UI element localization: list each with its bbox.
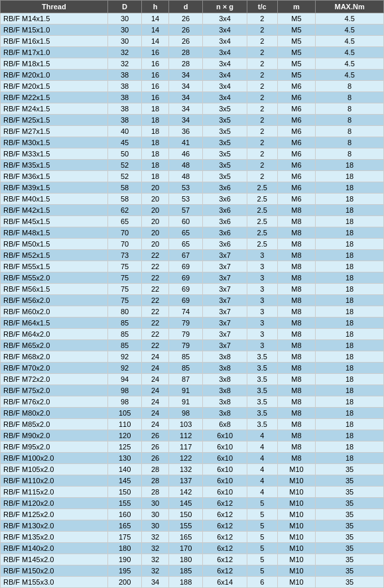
table-row: RB/F M36x1.55218483x52M618 — [1, 171, 384, 182]
cell-5: 2 — [247, 81, 277, 92]
cell-5: 3.5 — [247, 408, 277, 419]
cell-2: 26 — [142, 441, 168, 453]
table-row: RB/F M14x1.53014263x42M54.5 — [1, 13, 384, 25]
cell-3: 85 — [168, 351, 203, 363]
cell-2: 32 — [142, 532, 168, 543]
cell-0: RB/F M55x2.0 — [1, 272, 108, 284]
cell-3: 28 — [168, 47, 203, 58]
cell-7: 18 — [316, 306, 384, 318]
cell-6: M8 — [277, 239, 316, 250]
cell-5: 5 — [247, 498, 277, 509]
cell-5: 3 — [247, 261, 277, 272]
cell-2: 24 — [142, 419, 168, 430]
cell-4: 3x4 — [203, 13, 247, 25]
cell-5: 3.5 — [247, 396, 277, 408]
cell-5: 2 — [247, 103, 277, 115]
cell-1: 180 — [107, 543, 142, 554]
cell-4: 3x4 — [203, 36, 247, 47]
cell-3: 69 — [168, 272, 203, 284]
cell-6: M6 — [277, 194, 316, 205]
cell-7: 8 — [316, 92, 384, 103]
cell-2: 32 — [142, 543, 168, 554]
cell-6: M8 — [277, 227, 316, 239]
cell-1: 125 — [107, 441, 142, 453]
table-row: RB/F M76x2.09824913x83.5M818 — [1, 396, 384, 408]
cell-6: M8 — [277, 318, 316, 329]
cell-3: 142 — [168, 487, 203, 498]
cell-5: 3 — [247, 272, 277, 284]
cell-7: 18 — [316, 318, 384, 329]
cell-4: 6x12 — [203, 532, 247, 543]
cell-5: 5 — [247, 520, 277, 532]
cell-6: M8 — [277, 408, 316, 419]
cell-6: M10 — [277, 532, 316, 543]
cell-1: 92 — [107, 351, 142, 363]
cell-4: 6x8 — [203, 419, 247, 430]
table-row: RB/F M64x2.08522793x73M818 — [1, 329, 384, 340]
cell-3: 34 — [168, 70, 203, 81]
cell-1: 45 — [107, 137, 142, 148]
cell-7: 18 — [316, 284, 384, 295]
cell-6: M6 — [277, 115, 316, 126]
cell-3: 137 — [168, 475, 203, 487]
cell-2: 20 — [142, 227, 168, 239]
cell-1: 30 — [107, 25, 142, 36]
cell-7: 8 — [316, 115, 384, 126]
cell-4: 3x7 — [203, 272, 247, 284]
cell-2: 14 — [142, 36, 168, 47]
cell-0: RB/F M45x1.5 — [1, 216, 108, 227]
cell-6: M8 — [277, 419, 316, 430]
cell-6: M8 — [277, 284, 316, 295]
column-header-d: D — [107, 1, 142, 13]
cell-6: M8 — [277, 363, 316, 374]
cell-3: 65 — [168, 239, 203, 250]
cell-2: 28 — [142, 487, 168, 498]
cell-5: 3 — [247, 306, 277, 318]
cell-4: 3x4 — [203, 92, 247, 103]
cell-2: 20 — [142, 194, 168, 205]
cell-7: 8 — [316, 81, 384, 92]
table-row: RB/F M27x1.54018363x52M68 — [1, 126, 384, 137]
cell-0: RB/F M42x1.5 — [1, 205, 108, 216]
cell-6: M6 — [277, 92, 316, 103]
cell-6: M6 — [277, 148, 316, 160]
cell-6: M8 — [277, 250, 316, 261]
cell-6: M8 — [277, 396, 316, 408]
cell-3: 79 — [168, 329, 203, 340]
cell-0: RB/F M75x2.0 — [1, 385, 108, 396]
cell-7: 35 — [316, 509, 384, 520]
cell-1: 130 — [107, 453, 142, 464]
cell-7: 35 — [316, 554, 384, 565]
cell-7: 8 — [316, 148, 384, 160]
cell-6: M6 — [277, 137, 316, 148]
cell-0: RB/F M72x2.0 — [1, 374, 108, 385]
cell-4: 6x12 — [203, 498, 247, 509]
cell-5: 2 — [247, 137, 277, 148]
cell-4: 3x5 — [203, 126, 247, 137]
table-row: RB/F M33x1.55018463x52M68 — [1, 148, 384, 160]
cell-7: 18 — [316, 351, 384, 363]
cell-6: M8 — [277, 374, 316, 385]
cell-0: RB/F M65x2.0 — [1, 340, 108, 351]
cell-1: 38 — [107, 103, 142, 115]
cell-6: M10 — [277, 464, 316, 475]
cell-6: M8 — [277, 295, 316, 306]
cell-4: 3x7 — [203, 295, 247, 306]
cell-3: 85 — [168, 363, 203, 374]
table-row: RB/F M75x2.09824913x83.5M818 — [1, 385, 384, 396]
cell-1: 38 — [107, 70, 142, 81]
table-row: RB/F M25x1.53818343x52M68 — [1, 115, 384, 126]
cell-2: 24 — [142, 351, 168, 363]
table-row: RB/F M24x1.53818343x52M68 — [1, 103, 384, 115]
cell-5: 2 — [247, 160, 277, 171]
cell-5: 5 — [247, 554, 277, 565]
cell-1: 58 — [107, 182, 142, 194]
cell-1: 195 — [107, 565, 142, 577]
table-row: RB/F M140x2.0180321706x125M1035 — [1, 543, 384, 554]
cell-1: 70 — [107, 227, 142, 239]
table-row: RB/F M18x1.53216283x42M54.5 — [1, 58, 384, 70]
cell-0: RB/F M36x1.5 — [1, 171, 108, 182]
cell-7: 18 — [316, 216, 384, 227]
cell-5: 2 — [247, 171, 277, 182]
cell-4: 6x10 — [203, 430, 247, 441]
